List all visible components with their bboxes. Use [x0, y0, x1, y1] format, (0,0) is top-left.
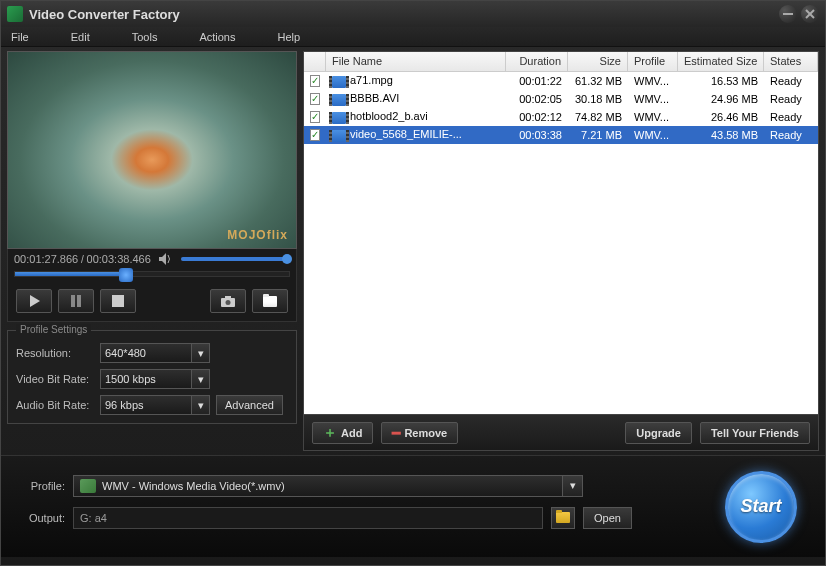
table-row[interactable]: ✓a71.mpg00:01:2261.32 MBWMV...16.53 MBRe…: [304, 72, 818, 90]
bottom-panel: Profile: WMV - Windows Media Video(*.wmv…: [1, 455, 825, 557]
audio-bitrate-label: Audio Bit Rate:: [16, 399, 94, 411]
upgrade-button[interactable]: Upgrade: [625, 422, 692, 444]
add-button[interactable]: ＋Add: [312, 422, 373, 444]
audio-bitrate-combo[interactable]: 96 kbps▾: [100, 395, 210, 415]
menu-actions[interactable]: Actions: [199, 31, 235, 43]
menu-tools[interactable]: Tools: [132, 31, 158, 43]
file-table-body[interactable]: ✓a71.mpg00:01:2261.32 MBWMV...16.53 MBRe…: [304, 72, 818, 414]
svg-rect-9: [225, 296, 231, 299]
snapshot-button[interactable]: [210, 289, 246, 313]
start-button[interactable]: Start: [725, 471, 797, 543]
table-row[interactable]: ✓BBBB.AVI00:02:0530.18 MBWMV...24.96 MBR…: [304, 90, 818, 108]
playback-panel: 00:01:27.866 / 00:03:38.466: [7, 249, 297, 322]
video-preview[interactable]: MOJOflix: [7, 51, 297, 249]
table-row[interactable]: ✓hotblood2_b.avi00:02:1274.82 MBWMV...26…: [304, 108, 818, 126]
col-profile[interactable]: Profile: [628, 52, 678, 71]
svg-rect-5: [71, 295, 75, 307]
checkbox[interactable]: ✓: [310, 93, 320, 105]
remove-button[interactable]: ━Remove: [381, 422, 458, 444]
video-file-icon: [332, 112, 346, 124]
chevron-down-icon: ▾: [191, 370, 209, 388]
col-states[interactable]: States: [764, 52, 818, 71]
svg-rect-0: [783, 13, 793, 15]
plus-icon: ＋: [323, 424, 337, 442]
window-title: Video Converter Factory: [29, 7, 775, 22]
file-table-header[interactable]: File Name Duration Size Profile Estimate…: [304, 52, 818, 72]
video-bitrate-label: Video Bit Rate:: [16, 373, 94, 385]
close-button[interactable]: [801, 5, 819, 23]
volume-icon[interactable]: [159, 253, 173, 265]
titlebar[interactable]: Video Converter Factory: [1, 1, 825, 27]
folder-icon: [556, 512, 570, 523]
col-duration[interactable]: Duration: [506, 52, 568, 71]
minimize-button[interactable]: [779, 5, 797, 23]
svg-rect-6: [77, 295, 81, 307]
svg-point-10: [226, 300, 231, 305]
menu-file[interactable]: File: [11, 31, 29, 43]
video-file-icon: [332, 76, 346, 88]
svg-rect-7: [112, 295, 124, 307]
tell-friends-button[interactable]: Tell Your Friends: [700, 422, 810, 444]
profile-settings-legend: Profile Settings: [16, 324, 91, 335]
menubar: File Edit Tools Actions Help: [1, 27, 825, 47]
menu-edit[interactable]: Edit: [71, 31, 90, 43]
checkbox[interactable]: ✓: [310, 129, 320, 141]
play-button[interactable]: [16, 289, 52, 313]
table-row[interactable]: ✓video_5568_EMILIE-...00:03:387.21 MBWMV…: [304, 126, 818, 144]
chevron-down-icon: ▾: [562, 476, 582, 496]
output-path-field[interactable]: G: a4: [73, 507, 543, 529]
checkbox[interactable]: ✓: [310, 111, 320, 123]
browse-output-button[interactable]: [551, 507, 575, 529]
col-filename[interactable]: File Name: [326, 52, 506, 71]
video-file-icon: [332, 94, 346, 106]
video-bitrate-combo[interactable]: 1500 kbps▾: [100, 369, 210, 389]
col-estimated[interactable]: Estimated Size: [678, 52, 764, 71]
watermark: MOJOflix: [227, 228, 288, 242]
minus-icon: ━: [392, 425, 400, 441]
playback-time: 00:01:27.866 / 00:03:38.466: [14, 253, 151, 265]
chevron-down-icon: ▾: [191, 396, 209, 414]
advanced-button[interactable]: Advanced: [216, 395, 283, 415]
checkbox[interactable]: ✓: [310, 75, 320, 87]
app-window: Video Converter Factory File Edit Tools …: [0, 0, 826, 566]
resolution-label: Resolution:: [16, 347, 94, 359]
profile-combo[interactable]: WMV - Windows Media Video(*.wmv) ▾: [73, 475, 583, 497]
menu-help[interactable]: Help: [277, 31, 300, 43]
pause-button[interactable]: [58, 289, 94, 313]
file-list-panel: File Name Duration Size Profile Estimate…: [303, 51, 819, 451]
app-logo-icon: [7, 6, 23, 22]
stop-button[interactable]: [100, 289, 136, 313]
svg-marker-4: [30, 295, 40, 307]
svg-marker-3: [159, 253, 166, 265]
seek-slider[interactable]: [14, 271, 290, 277]
open-output-button[interactable]: Open: [583, 507, 632, 529]
profile-settings-panel: Profile Settings Resolution: 640*480▾ Vi…: [7, 330, 297, 424]
output-label: Output:: [19, 512, 65, 524]
open-folder-button[interactable]: [252, 289, 288, 313]
resolution-combo[interactable]: 640*480▾: [100, 343, 210, 363]
file-actions-bar: ＋Add ━Remove Upgrade Tell Your Friends: [304, 414, 818, 450]
volume-slider[interactable]: [181, 257, 290, 261]
col-size[interactable]: Size: [568, 52, 628, 71]
wmv-icon: [80, 479, 96, 493]
video-file-icon: [332, 130, 346, 142]
chevron-down-icon: ▾: [191, 344, 209, 362]
profile-label: Profile:: [19, 480, 65, 492]
